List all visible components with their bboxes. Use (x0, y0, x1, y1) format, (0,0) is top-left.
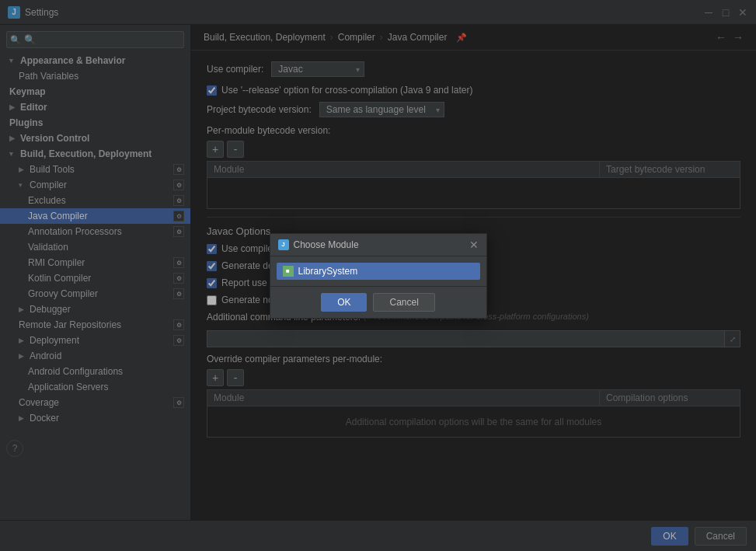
modal-title-bar: J Choose Module ✕ (270, 234, 486, 256)
modal-cancel-button[interactable]: Cancel (373, 293, 434, 312)
choose-module-modal: J Choose Module ✕ ■ LibrarySystem OK Can… (270, 233, 487, 319)
modal-module-name: LibrarySystem (298, 266, 358, 277)
modal-title: Choose Module (294, 239, 359, 250)
modal-ok-button[interactable]: OK (321, 293, 367, 312)
module-icon: ■ (283, 266, 294, 277)
modal-module-item[interactable]: ■ LibrarySystem (277, 263, 480, 280)
modal-icon: J (278, 239, 289, 250)
modal-buttons: OK Cancel (270, 286, 486, 318)
modal-overlay: J Choose Module ✕ ■ LibrarySystem OK Can… (0, 0, 756, 551)
modal-close-button[interactable]: ✕ (469, 239, 479, 251)
modal-title-left: J Choose Module (278, 239, 359, 250)
modal-body: ■ LibrarySystem (270, 256, 486, 286)
